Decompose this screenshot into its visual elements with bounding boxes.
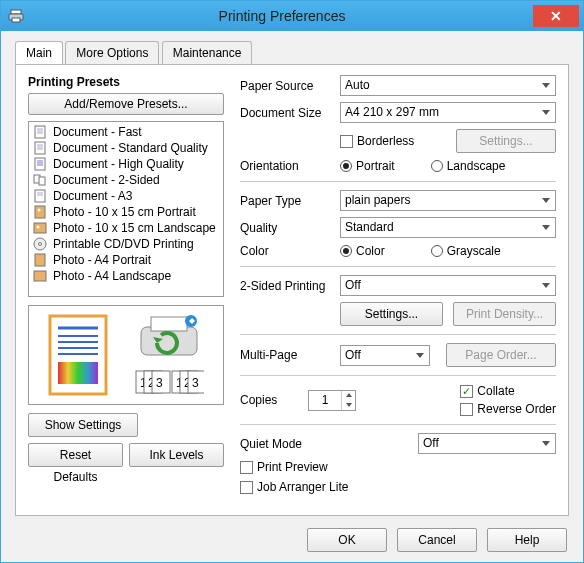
svg-rect-2	[12, 18, 20, 22]
preset-item[interactable]: Document - 2-Sided	[31, 172, 221, 188]
copies-label: Copies	[240, 393, 300, 407]
preset-item[interactable]: Document - Fast	[31, 124, 221, 140]
photo-icon	[33, 221, 47, 235]
paper-type-select[interactable]: plain papers	[340, 190, 556, 211]
color-grayscale-radio[interactable]: Grayscale	[431, 244, 501, 258]
cancel-button[interactable]: Cancel	[397, 528, 477, 552]
document-size-select[interactable]: A4 210 x 297 mm	[340, 102, 556, 123]
page-preview-icon	[48, 314, 108, 396]
two-sided-icon	[33, 173, 47, 187]
preset-label: Document - Standard Quality	[53, 141, 208, 155]
svg-rect-36	[151, 317, 187, 331]
tab-bar: Main More Options Maintenance	[15, 41, 569, 65]
svg-rect-0	[11, 10, 21, 14]
borderless-settings-button[interactable]: Settings...	[456, 129, 556, 153]
reverse-order-checkbox[interactable]: Reverse Order	[460, 402, 556, 416]
printing-presets-heading: Printing Presets	[28, 75, 224, 89]
dialog-footer: OK Cancel Help	[307, 528, 567, 552]
svg-rect-16	[39, 177, 45, 185]
photo-icon	[33, 205, 47, 219]
orientation-label: Orientation	[240, 159, 332, 173]
tab-main[interactable]: Main	[15, 41, 63, 64]
svg-text:3: 3	[192, 376, 199, 390]
tab-maintenance[interactable]: Maintenance	[162, 41, 253, 64]
svg-rect-34	[58, 362, 98, 384]
preset-item[interactable]: Document - High Quality	[31, 156, 221, 172]
orientation-landscape-radio[interactable]: Landscape	[431, 159, 506, 173]
help-button[interactable]: Help	[487, 528, 567, 552]
preset-label: Printable CD/DVD Printing	[53, 237, 194, 251]
preset-item[interactable]: Photo - A4 Portrait	[31, 252, 221, 268]
preset-item[interactable]: Photo - 10 x 15 cm Landscape	[31, 220, 221, 236]
preset-list[interactable]: Document - Fast Document - Standard Qual…	[28, 121, 224, 297]
main-panel: Printing Presets Add/Remove Presets... D…	[15, 64, 569, 516]
svg-rect-27	[34, 271, 46, 281]
paper-source-label: Paper Source	[240, 79, 332, 93]
borderless-label: Borderless	[357, 134, 414, 148]
photo-icon	[33, 269, 47, 283]
color-label: Color	[240, 244, 332, 258]
preset-item[interactable]: Document - Standard Quality	[31, 140, 221, 156]
collate-checkbox[interactable]: Collate	[460, 384, 556, 398]
preset-label: Photo - 10 x 15 cm Landscape	[53, 221, 216, 235]
quiet-mode-label: Quiet Mode	[240, 437, 410, 451]
document-size-label: Document Size	[240, 106, 332, 120]
preset-label: Document - High Quality	[53, 157, 184, 171]
preset-item[interactable]: Photo - A4 Landscape	[31, 268, 221, 284]
two-sided-select[interactable]: Off	[340, 275, 556, 296]
add-remove-presets-button[interactable]: Add/Remove Presets...	[28, 93, 224, 115]
color-color-radio[interactable]: Color	[340, 244, 385, 258]
copies-spinner[interactable]: 1	[308, 390, 356, 411]
printer-preview-icon	[133, 313, 205, 365]
copies-down[interactable]	[342, 400, 355, 410]
two-sided-label: 2-Sided Printing	[240, 279, 332, 293]
photo-icon	[33, 253, 47, 267]
multi-page-label: Multi-Page	[240, 348, 332, 362]
borderless-checkbox[interactable]: Borderless	[340, 134, 414, 148]
preview-box: 1 2 3 1 2 3	[28, 305, 224, 405]
preset-item[interactable]: Document - A3	[31, 188, 221, 204]
print-density-button[interactable]: Print Density...	[453, 302, 556, 326]
paper-source-select[interactable]: Auto	[340, 75, 556, 96]
preset-item[interactable]: Photo - 10 x 15 cm Portrait	[31, 204, 221, 220]
show-settings-button[interactable]: Show Settings	[28, 413, 138, 437]
svg-rect-22	[34, 223, 46, 233]
svg-point-21	[38, 209, 41, 212]
svg-rect-3	[35, 126, 45, 138]
document-icon	[33, 157, 47, 171]
svg-point-25	[39, 243, 42, 246]
printing-preferences-window: Printing Preferences ✕ Main More Options…	[0, 0, 584, 563]
close-button[interactable]: ✕	[533, 5, 579, 27]
quality-select[interactable]: Standard	[340, 217, 556, 238]
preset-label: Photo - A4 Portrait	[53, 253, 151, 267]
reset-defaults-button[interactable]: Reset Defaults	[28, 443, 123, 467]
printer-icon	[7, 7, 25, 25]
svg-point-23	[37, 226, 40, 229]
svg-rect-11	[35, 158, 45, 170]
window-title: Printing Preferences	[31, 8, 533, 24]
orientation-portrait-radio[interactable]: Portrait	[340, 159, 395, 173]
print-preview-checkbox[interactable]: Print Preview	[240, 460, 556, 474]
document-icon	[33, 141, 47, 155]
quality-label: Quality	[240, 221, 332, 235]
job-arranger-checkbox[interactable]: Job Arranger Lite	[240, 480, 556, 494]
disc-icon	[33, 237, 47, 251]
document-icon	[33, 125, 47, 139]
svg-rect-26	[35, 254, 45, 266]
copies-up[interactable]	[342, 391, 355, 401]
titlebar: Printing Preferences ✕	[1, 1, 583, 31]
ink-levels-button[interactable]: Ink Levels	[129, 443, 224, 467]
quiet-mode-select[interactable]: Off	[418, 433, 556, 454]
collate-preview-icon: 1 2 3 1 2 3	[134, 369, 204, 397]
preset-label: Photo - A4 Landscape	[53, 269, 171, 283]
preset-label: Photo - 10 x 15 cm Portrait	[53, 205, 196, 219]
svg-rect-20	[35, 206, 45, 218]
page-order-button[interactable]: Page Order...	[446, 343, 556, 367]
ok-button[interactable]: OK	[307, 528, 387, 552]
svg-rect-7	[35, 142, 45, 154]
preset-item[interactable]: Printable CD/DVD Printing	[31, 236, 221, 252]
two-sided-settings-button[interactable]: Settings...	[340, 302, 443, 326]
paper-type-label: Paper Type	[240, 194, 332, 208]
multi-page-select[interactable]: Off	[340, 345, 430, 366]
tab-more-options[interactable]: More Options	[65, 41, 159, 64]
